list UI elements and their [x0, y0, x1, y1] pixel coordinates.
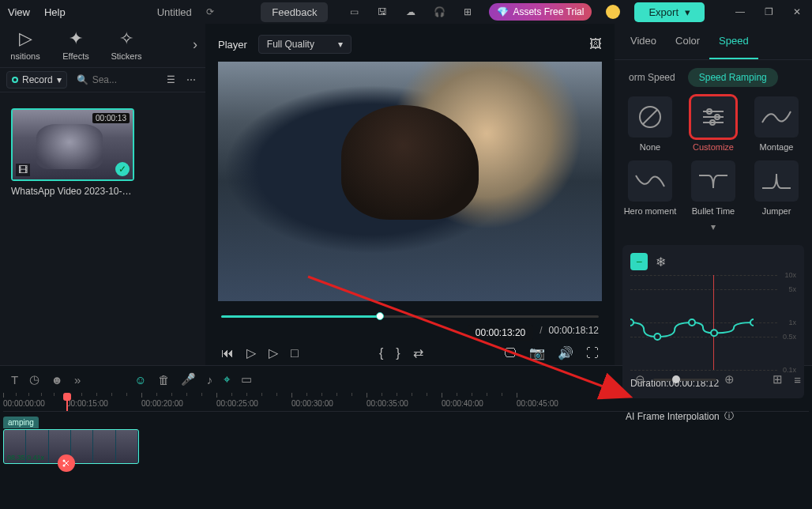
preset-jumper[interactable]: Jumper: [749, 160, 804, 217]
save-icon[interactable]: 🖫: [375, 6, 389, 17]
hero-icon: [634, 171, 666, 191]
chevron-down-icon: ▾: [338, 39, 343, 50]
tab-effects[interactable]: ✦Effects: [51, 28, 101, 61]
clip-used-check-icon: ✓: [115, 162, 130, 176]
media-clip-thumb[interactable]: 00:00:13 🎞 ✓: [11, 108, 134, 181]
media-tabs-more-icon[interactable]: ›: [193, 36, 197, 53]
stop-icon[interactable]: □: [291, 346, 299, 360]
volume-icon[interactable]: 🔊: [558, 345, 573, 360]
search-input[interactable]: [92, 74, 140, 85]
more-tools-icon[interactable]: »: [74, 373, 81, 386]
marker-icon[interactable]: ▭: [241, 372, 252, 386]
export-button[interactable]: Export ▾: [634, 2, 705, 22]
quality-dropdown[interactable]: Full Quality▾: [258, 35, 351, 54]
transitions-icon: ▷: [19, 28, 32, 49]
menu-help[interactable]: Help: [44, 6, 66, 18]
time-separator: /: [539, 325, 542, 341]
subtab-speed-ramping[interactable]: Speed Ramping: [688, 68, 778, 87]
media-panel: ▷nsitions ✦Effects ✧Stickers › Record▾ 🔍…: [0, 24, 205, 365]
speed-keyframe[interactable]: [630, 319, 633, 326]
speed-keyframe[interactable]: [689, 319, 695, 326]
search-input-wrap[interactable]: 🔍: [72, 72, 159, 88]
timeline-panel: T ◷ ☻ » ☺ 🗑 🎤 ♪ ⌖ ▭ ⊖ ⊕ ⊞ ≡ 00:00:00:000…: [0, 365, 812, 480]
player-progress[interactable]: [221, 312, 599, 322]
clip-duration-badge: 00:00:13: [92, 113, 130, 123]
curve-y-tick: 1x: [788, 319, 796, 326]
preset-none[interactable]: None: [622, 96, 678, 153]
music-icon[interactable]: ♪: [207, 373, 213, 386]
clip-name-label: WhatsApp Video 2023-10-05...: [11, 186, 134, 197]
window-minimize-icon[interactable]: —: [733, 6, 747, 17]
display-icon[interactable]: 🖵: [504, 346, 517, 360]
zoom-knob[interactable]: [672, 375, 680, 383]
mark-in-icon[interactable]: {: [379, 346, 383, 360]
window-restore-icon[interactable]: ❐: [761, 6, 776, 17]
cut-handle[interactable]: [58, 454, 75, 472]
tab-transitions[interactable]: ▷nsitions: [0, 28, 51, 61]
mask-tool-icon[interactable]: ☻: [51, 373, 63, 386]
text-tool-icon[interactable]: T: [11, 373, 18, 386]
tab-stickers[interactable]: ✧Stickers: [101, 28, 152, 61]
clip-effect-tag[interactable]: amping: [3, 417, 39, 428]
list-view-icon[interactable]: ≡: [794, 373, 801, 386]
presets-more[interactable]: ▾: [615, 217, 812, 237]
timeline-playhead[interactable]: [66, 393, 68, 412]
crop-tool-icon[interactable]: ◷: [29, 372, 39, 386]
mark-out-icon[interactable]: }: [396, 346, 400, 360]
snapshot-icon[interactable]: 🖼: [589, 37, 602, 51]
more-icon[interactable]: ⋯: [183, 71, 199, 89]
speed-keyframe[interactable]: [711, 330, 717, 337]
mic-icon[interactable]: 🎤: [181, 372, 196, 386]
face-tool-icon[interactable]: ☺: [134, 373, 146, 386]
curve-y-tick: 0.5x: [783, 333, 796, 341]
preset-montage[interactable]: Montage: [749, 96, 804, 153]
progress-knob[interactable]: [376, 312, 384, 320]
clip-type-icon: 🎞: [16, 164, 30, 176]
tab-color[interactable]: Color: [666, 24, 709, 59]
speed-keyframe[interactable]: [750, 319, 754, 326]
compare-icon[interactable]: ⇄: [413, 345, 423, 360]
curve-y-tick: 10x: [784, 271, 796, 279]
zoom-slider[interactable]: [653, 379, 716, 381]
playhead-handle-icon[interactable]: [63, 393, 71, 401]
subtab-uniform-speed[interactable]: orm Speed: [622, 68, 682, 87]
speed-keyframe[interactable]: [654, 334, 660, 340]
play2-icon[interactable]: ▷: [269, 345, 278, 360]
headset-icon[interactable]: 🎧: [432, 6, 446, 17]
preset-bullet-time[interactable]: Bullet Time: [686, 160, 741, 217]
timeline-tracks[interactable]: amping 08.35 0.41x: [3, 417, 809, 480]
filter-icon[interactable]: ☰: [164, 71, 179, 89]
speed-curve-plot[interactable]: 0.1x0.5x1x5x10x: [630, 275, 796, 370]
tab-speed[interactable]: Speed: [709, 24, 758, 59]
sliders-icon: [700, 107, 727, 127]
assets-trial-button[interactable]: 💎 Assets Free Trial: [489, 3, 592, 21]
preset-hero-moment[interactable]: Hero moment: [622, 160, 678, 217]
preset-customize[interactable]: Customize: [686, 96, 741, 153]
cloud-icon[interactable]: ☁: [404, 6, 418, 17]
zoom-in-icon[interactable]: ⊕: [724, 372, 735, 386]
preview-viewport[interactable]: [218, 62, 602, 301]
tab-effects-label: Effects: [62, 51, 88, 61]
record-button[interactable]: Record▾: [6, 71, 67, 89]
freeze-frame-icon[interactable]: ❄: [656, 253, 666, 270]
zoom-out-icon[interactable]: ⊖: [635, 372, 645, 386]
menu-view[interactable]: View: [8, 6, 30, 18]
feedback-button[interactable]: Feedback: [261, 2, 328, 22]
layout-icon[interactable]: ▭: [347, 6, 361, 17]
coin-icon[interactable]: [606, 5, 620, 19]
effects-icon: ✦: [69, 28, 83, 49]
trash-icon[interactable]: 🗑: [158, 373, 170, 386]
magnet-icon[interactable]: ⌖: [224, 372, 230, 386]
speed-curve-svg[interactable]: [630, 275, 754, 370]
fullscreen-icon[interactable]: ⛶: [586, 346, 599, 360]
tab-video[interactable]: Video: [621, 24, 666, 59]
prev-frame-icon[interactable]: ⏮: [221, 346, 234, 360]
play-icon[interactable]: ▷: [246, 345, 256, 360]
camera-icon[interactable]: 📷: [529, 345, 545, 360]
timeline-ruler[interactable]: 00:00:00:0000:00:15:0000:00:20:0000:00:2…: [3, 393, 809, 412]
remove-keyframe-button[interactable]: −: [630, 253, 648, 270]
apps-icon[interactable]: ⊞: [461, 6, 475, 17]
grid-view-icon[interactable]: ⊞: [773, 372, 783, 386]
total-time: 00:00:18:12: [549, 325, 599, 341]
window-close-icon[interactable]: ✕: [790, 6, 804, 17]
